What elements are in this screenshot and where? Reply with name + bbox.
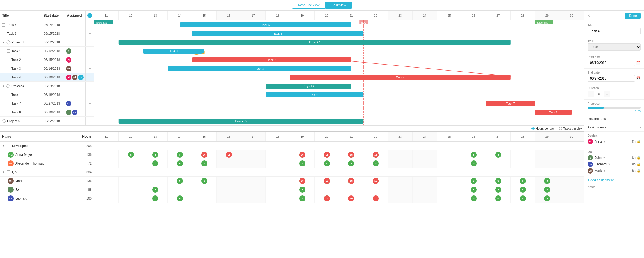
resource-chart: 11 12 13 14 15 16 17 18 19 20 21 22 23 2… [94,132,584,258]
title-label: Title [588,24,641,27]
hour-circle-red: 16 [373,178,379,184]
resource-group-row: ▼ QA 384 [0,168,94,177]
done-button[interactable]: Done [625,13,641,19]
hour-circle-green: 8 [495,178,501,184]
tasks-per-day-option[interactable]: Tasks per day [559,127,582,130]
task-icon [2,23,5,27]
day-22: 22 [363,11,388,20]
hour-circle-green: 8 [520,187,526,193]
assignment-row-mark: Mk Mark ▾ 8h 🔒 [588,168,641,174]
task-icon [2,32,5,35]
end-date-input[interactable] [588,75,635,82]
group-icon [7,144,10,148]
col-start-header: Start date [41,11,65,20]
close-btn[interactable]: × [588,13,590,18]
avatar-john-panel: J [588,155,593,160]
related-tasks-section[interactable]: Related tasks › [584,115,644,123]
lock-icon: 🔒 [637,156,641,160]
avatar: Mk [72,75,77,80]
start-date-field: 📅 [588,60,641,66]
collapse-dev-btn[interactable]: ▼ [2,144,5,147]
assignment-person-leonard: Le Leonard ▾ [588,162,610,167]
hours-toggle: Hours per day Tasks per day [0,125,584,131]
end-date-field-group: End date 📅 [584,69,644,84]
end-date-label: End date [588,71,641,74]
day-26: 26 [461,11,486,20]
duration-plus-btn[interactable]: + [604,91,610,97]
add-task-btn[interactable]: + [87,13,92,18]
hour-circle-green: 8 [299,160,305,166]
start-date-calendar-icon[interactable]: 📅 [636,61,641,65]
assignment-section-design: Design Al Alina ▾ 8h 🔒 [584,132,644,148]
hour-circle-red: 16 [373,195,379,201]
task-header-row: Title Start date Assigned + [0,11,94,20]
avatar: Mk [66,66,71,71]
lock-icon: 🔒 [637,169,641,173]
day-11: 11 [94,11,119,20]
collapse-btn[interactable]: ▼ [2,84,5,87]
hour-circle-green: 8 [177,195,183,201]
design-group-title: Design [588,134,641,137]
task-row: ▼ Project 3 06/12/2018 + [0,38,94,47]
right-panel-header: × Done [584,11,644,21]
task-icon [7,102,10,105]
svg-text:Project 5: Project 5 [235,119,247,123]
avatar-alina: Al [588,139,593,144]
resource-view-btn[interactable]: Resource view [292,2,326,9]
col-add-header[interactable]: + [86,11,94,20]
assignment-row-alina: Al Alina ▾ 8h 🔒 [588,139,641,144]
task-row: Task 8 06/29/2018 J Le + [0,108,94,117]
hour-circle-green: 8 [177,178,183,184]
resource-chart-member-row: 88888888 [94,159,584,168]
resource-header: Name Hours [0,132,94,142]
hour-circle-green: 8 [471,152,477,158]
hours-per-day-option[interactable]: Hours per day [531,127,554,130]
main-container: Title Start date Assigned + Task 5 06/14… [0,11,644,258]
assignments-section-header[interactable]: Assignments › [584,123,644,132]
hour-circle-red: 16 [324,195,330,201]
right-panel: × Done Title Type Task Milestone Project… [584,11,644,258]
resource-group-row: ▼ Development 208 [0,142,94,150]
duration-minus-btn[interactable]: − [588,91,594,97]
resource-left: Name Hours ▼ Development 208 AM Anna Mey [0,132,94,258]
view-toggle-bar: Resource view Task view [0,0,644,11]
resource-chart-member-row: 888888888816161616 [94,177,584,185]
group-icon [7,170,10,174]
add-assignment-btn[interactable]: + Add assignment [584,177,644,183]
svg-text:Task 8: Task 8 [549,111,558,114]
hour-circle-green: 8 [324,160,330,166]
resource-member-row: Mk Mark 136 [0,177,94,185]
hour-circle-green: 8 [299,187,305,193]
svg-text:Project 4: Project 4 [303,84,314,88]
day-12: 12 [119,11,143,20]
hour-circle-red: 16 [299,152,305,158]
collapse-qa-btn[interactable]: ▼ [2,171,5,174]
collapse-btn[interactable]: ▼ [2,41,5,44]
col-title-header: Title [0,11,41,20]
task-icon [7,76,10,79]
day-20: 20 [315,11,339,20]
task-row-selected[interactable]: Task 4 06/19/2018 Al Mk +2 + [0,73,94,82]
svg-text:Task 4: Task 4 [396,76,405,79]
svg-text:Task 7: Task 7 [506,102,515,105]
progress-bar-fill [588,107,604,109]
svg-text:Project 3: Project 3 [309,41,320,44]
task-icon [7,93,10,96]
day-25: 25 [437,11,462,20]
start-date-input[interactable] [588,60,635,66]
progress-label: Progress [588,102,641,105]
hour-circle-green: 8 [299,195,305,201]
avatar: Al [66,75,71,80]
task-left-panel: Title Start date Assigned + Task 5 06/14… [0,11,94,125]
hours-radio-dot [531,127,535,130]
type-select[interactable]: Task Milestone Project [588,43,641,51]
task-view-btn[interactable]: Task view [326,2,352,9]
resource-member-row: Le Leonard 160 [0,194,94,203]
avatar: Le [72,110,77,115]
avatar-alexander: AT [8,160,14,166]
gantt-chart: 11 12 13 14 15 16 17 18 19 20 21 22 23 2… [94,11,584,125]
avatar: Al [66,57,71,63]
title-input[interactable] [588,28,641,34]
end-date-calendar-icon[interactable]: 📅 [636,76,641,81]
task-row: Task 5 06/14/2018 + [0,20,94,29]
